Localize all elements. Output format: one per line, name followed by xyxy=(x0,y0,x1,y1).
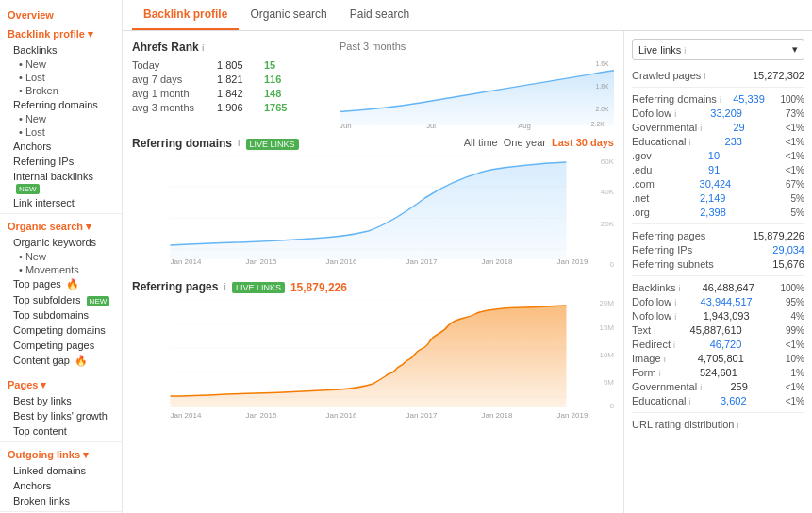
sidebar-item-organic-keywords[interactable]: Organic keywords xyxy=(0,235,122,250)
ahrefs-label-today: Today xyxy=(132,59,217,71)
ref-pages-live-links-badge: LIVE LINKS xyxy=(232,282,285,293)
referring-pages-chart-svg: Jan 2014 Jan 2015 Jan 2016 Jan 2017 Jan … xyxy=(132,299,614,422)
stat-row-educational: Educational i 233 <1% xyxy=(632,136,804,147)
stat-row-governmental: Governmental i 29 <1% xyxy=(632,122,804,133)
sidebar-section-organic-search[interactable]: Organic search ▾ xyxy=(0,217,122,235)
stat-row-redirect: Redirect i 46,720 <1% xyxy=(632,339,804,350)
sidebar-item-anchors[interactable]: Anchors xyxy=(0,139,122,154)
sidebar-item-top-content[interactable]: Top content xyxy=(0,423,122,439)
ref-pages-stats-section: Referring pages 15,879,226 Referring IPs… xyxy=(632,230,804,270)
backlinks-stats-section: Backlinks i 46,488,647 100% Dofollow i 4… xyxy=(632,282,804,406)
stat-row-referring-domains: Referring domains i 45,339 100% xyxy=(632,93,804,105)
stat-label-text: Text i xyxy=(632,324,655,336)
stat-pct-governmental: <1% xyxy=(776,123,804,133)
sidebar-item-top-pages[interactable]: Top pages 🔥 xyxy=(0,276,122,292)
sidebar-item-content-gap[interactable]: Content gap 🔥 xyxy=(0,353,122,369)
ref-domains-live-links-badge: LIVE LINKS xyxy=(246,139,299,150)
referring-pages-value: 15,879,226 xyxy=(290,281,347,294)
stat-val-dofollow: 33,209 xyxy=(710,108,742,119)
y-axis-15m: 15M xyxy=(599,323,614,332)
sidebar-sub-org-new[interactable]: New xyxy=(0,250,122,263)
sidebar-item-referring-domains[interactable]: Referring domains xyxy=(0,97,122,112)
ahrefs-rank-left: Ahrefs Rank i Today 1,805 15 avg 7 days … xyxy=(132,41,340,125)
stat-row-educational-bl: Educational i 3,602 <1% xyxy=(632,395,804,406)
stat-pct-edu: <1% xyxy=(776,165,804,175)
stat-pct-governmental-bl: <1% xyxy=(776,382,804,392)
stat-row-com: .com 30,424 67% xyxy=(632,178,804,190)
stat-pct-backlinks: 100% xyxy=(776,283,804,293)
ahrefs-val-1month: 1,842 xyxy=(217,88,264,99)
stat-val-nofollow: 1,943,093 xyxy=(704,310,750,322)
stat-val-dofollow-bl: 43,944,517 xyxy=(701,296,753,307)
ref-domains-stat-info: i xyxy=(720,95,721,105)
svg-text:Jun: Jun xyxy=(340,122,352,130)
overview-title[interactable]: Overview xyxy=(0,6,122,25)
sidebar-item-anchors-out[interactable]: Anchors xyxy=(0,478,122,493)
sidebar-sub-ref-lost[interactable]: Lost xyxy=(0,125,122,139)
sidebar-item-referring-ips[interactable]: Referring IPs xyxy=(0,154,122,169)
sidebar-item-competing-pages[interactable]: Competing pages xyxy=(0,338,122,353)
stat-label-referring-domains: Referring domains i xyxy=(632,93,721,105)
backlinks-info: i xyxy=(679,284,681,293)
stat-val-referring-domains: 45,339 xyxy=(733,93,765,105)
sidebar-item-backlinks[interactable]: Backlinks xyxy=(0,42,122,58)
stat-row-edu: .edu 91 <1% xyxy=(632,164,804,175)
y-axis-5m: 5M xyxy=(604,378,614,387)
sidebar-sub-lost[interactable]: Lost xyxy=(0,71,122,84)
time-filter-all-time[interactable]: All time xyxy=(464,137,498,148)
stat-row-image: Image i 4,705,801 10% xyxy=(632,353,804,364)
sidebar-item-internal-backlinks[interactable]: Internal backlinks NEW xyxy=(0,169,122,195)
stat-pct-form: 1% xyxy=(776,368,804,378)
tab-paid-search[interactable]: Paid search xyxy=(339,0,421,30)
ahrefs-row-7days: avg 7 days 1,821 116 xyxy=(132,74,340,85)
sidebar-item-link-intersect[interactable]: Link intersect xyxy=(0,195,122,210)
content-area: Ahrefs Rank i Today 1,805 15 avg 7 days … xyxy=(123,31,812,513)
ahrefs-row-1month: avg 1 month 1,842 148 xyxy=(132,88,340,99)
sidebar-item-broken-links[interactable]: Broken links xyxy=(0,493,122,508)
stat-row-governmental-bl: Governmental i 259 <1% xyxy=(632,381,804,392)
sidebar-item-linked-domains[interactable]: Linked domains xyxy=(0,463,122,478)
crawled-pages-row: Crawled pages i 15,272,302 xyxy=(632,70,804,81)
time-filter-one-year[interactable]: One year xyxy=(504,137,546,148)
sidebar-section-backlink-profile[interactable]: Backlink profile ▾ xyxy=(0,25,122,42)
ahrefs-change-7days: 116 xyxy=(264,74,281,85)
sidebar-item-top-subdomains[interactable]: Top subdomains xyxy=(0,307,122,323)
referring-pages-title: Referring pages i xyxy=(132,280,226,293)
governmental-info: i xyxy=(700,124,702,133)
main-content: Backlink profile Organic search Paid sea… xyxy=(123,0,812,513)
ahrefs-rank-info-icon[interactable]: i xyxy=(202,43,205,53)
stat-val-image: 4,705,801 xyxy=(698,353,744,364)
referring-domains-header: Referring domains i LIVE LINKS All time … xyxy=(132,137,614,152)
educational-bl-info: i xyxy=(689,397,691,406)
ref-domains-info-icon[interactable]: i xyxy=(238,139,240,148)
sidebar-sub-new[interactable]: New xyxy=(0,58,122,71)
sidebar-section-pages[interactable]: Pages ▾ xyxy=(0,375,122,393)
sidebar-item-best-by-links-growth[interactable]: Best by links' growth xyxy=(0,408,122,423)
sidebar-item-best-by-links[interactable]: Best by links xyxy=(0,393,122,408)
stat-label-net: .net xyxy=(632,192,649,204)
ahrefs-val-today: 1,805 xyxy=(217,59,264,71)
tab-organic-search[interactable]: Organic search xyxy=(239,0,338,30)
stat-row-org: .org 2,398 5% xyxy=(632,207,804,218)
svg-text:Jan 2016: Jan 2016 xyxy=(326,411,357,420)
image-info: i xyxy=(664,355,666,364)
svg-text:1.6K: 1.6K xyxy=(596,60,609,67)
educational-info: i xyxy=(689,138,691,147)
sidebar-sub-ref-new[interactable]: New xyxy=(0,112,122,125)
sidebar-item-top-subfolders[interactable]: Top subfolders NEW xyxy=(0,292,122,307)
fire-icon-2: 🔥 xyxy=(75,355,88,366)
stat-label-image: Image i xyxy=(632,353,666,364)
stat-val-edu: 91 xyxy=(708,164,720,175)
sidebar-section-outgoing-links[interactable]: Outgoing links ▾ xyxy=(0,445,122,463)
ref-pages-info-icon[interactable]: i xyxy=(224,282,226,291)
stat-val-net: 2,149 xyxy=(700,192,726,204)
tab-backlink-profile[interactable]: Backlink profile xyxy=(132,0,239,30)
live-links-dropdown[interactable]: Live links i ▾ xyxy=(632,39,804,60)
sidebar-item-competing-domains[interactable]: Competing domains xyxy=(0,323,122,338)
sidebar-sub-broken[interactable]: Broken xyxy=(0,84,122,97)
referring-domains-chart-container: 60K 40K 20K 0 xyxy=(132,156,614,271)
stat-val-governmental: 29 xyxy=(733,122,744,133)
time-filter-last-30-days[interactable]: Last 30 days xyxy=(552,137,614,148)
sidebar-sub-org-movements[interactable]: Movements xyxy=(0,263,122,276)
text-info: i xyxy=(654,326,655,336)
